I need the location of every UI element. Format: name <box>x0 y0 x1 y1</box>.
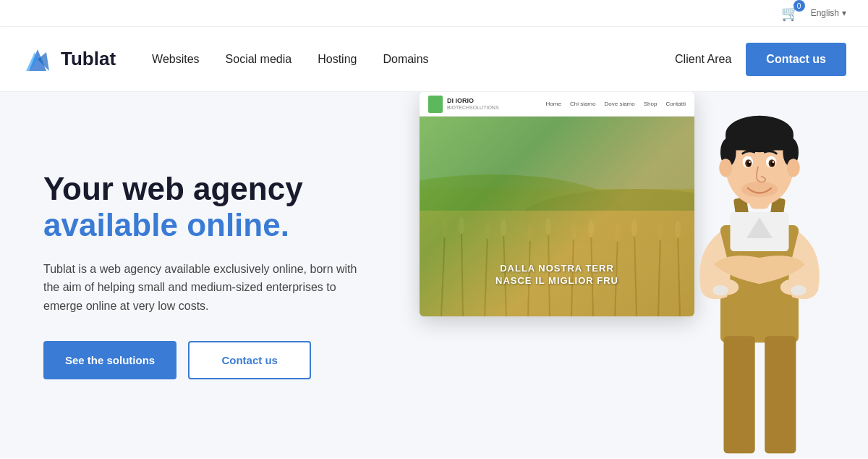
hero-description: Tublat is a web agency available exclusi… <box>43 260 376 316</box>
see-solutions-button[interactable]: See the solutions <box>43 341 176 379</box>
cart-badge: 0 <box>793 0 805 12</box>
header-right: Client Area Contact us <box>675 43 846 76</box>
nav-item-social-media[interactable]: Social media <box>226 53 292 66</box>
cart-button[interactable]: 🛒 0 <box>781 4 799 22</box>
mockup-text-overlay: DALLA NOSTRA TERR NASCE IL MIGLIOR FRU <box>495 263 618 287</box>
hero-heading-line1: Your web agency <box>43 171 303 206</box>
mockup-nav-dove: Dove siamo <box>604 101 634 107</box>
header: Tublat Websites Social media Hosting Dom… <box>0 27 868 92</box>
logo-icon <box>22 43 54 75</box>
mockup-headline-line1: DALLA NOSTRA TERR <box>495 263 618 275</box>
hero-content: Your web agency available online. Tublat… <box>43 171 376 380</box>
svg-rect-42 <box>723 336 754 453</box>
hero-visual: DI IORIO BIOTECHSOLUTIONS Home Chi siamo… <box>420 92 868 458</box>
svg-point-15 <box>501 219 506 236</box>
nav-item-domains[interactable]: Domains <box>383 53 428 66</box>
svg-rect-43 <box>765 336 796 453</box>
svg-point-27 <box>631 219 637 237</box>
svg-point-9 <box>442 220 448 237</box>
contact-us-button[interactable]: Contact us <box>746 43 846 76</box>
svg-point-58 <box>741 182 778 198</box>
svg-point-25 <box>615 224 621 242</box>
person-figure <box>651 92 868 458</box>
mockup-logo: DI IORIO BIOTECHSOLUTIONS <box>428 96 499 113</box>
language-selector[interactable]: English ▾ <box>811 8 846 18</box>
hero-heading-line2: available online. <box>43 207 289 243</box>
svg-point-41 <box>791 285 807 295</box>
svg-point-19 <box>545 218 551 235</box>
svg-point-23 <box>588 220 594 237</box>
hero-heading: Your web agency available online. <box>43 171 376 244</box>
svg-point-21 <box>571 222 576 240</box>
client-area-link[interactable]: Client Area <box>675 53 731 66</box>
logo-text: Tublat <box>61 48 116 70</box>
svg-point-11 <box>459 216 464 234</box>
mockup-headline-line2: NASCE IL MIGLIOR FRU <box>495 275 618 287</box>
mockup-logo-icon <box>428 96 443 113</box>
logo[interactable]: Tublat <box>22 43 116 75</box>
chevron-down-icon: ▾ <box>842 8 846 18</box>
svg-point-59 <box>719 159 732 177</box>
mockup-brand: DI IORIO BIOTECHSOLUTIONS <box>447 98 499 111</box>
svg-point-40 <box>712 285 728 295</box>
mockup-nav-home: Home <box>546 101 561 107</box>
svg-point-13 <box>485 222 490 239</box>
hero-buttons: See the solutions Contact us <box>43 341 376 379</box>
hero-person <box>651 92 868 458</box>
svg-rect-47 <box>726 134 793 151</box>
nav-item-hosting[interactable]: Hosting <box>318 53 357 66</box>
contact-us-hero-button[interactable]: Contact us <box>188 341 311 379</box>
language-label: English <box>811 8 839 18</box>
hero-section: Your web agency available online. Tublat… <box>0 92 868 458</box>
top-bar: 🛒 0 English ▾ <box>0 0 868 27</box>
svg-point-17 <box>527 224 533 241</box>
mockup-nav-chi: Chi siamo <box>570 101 596 107</box>
svg-point-57 <box>773 161 775 163</box>
svg-point-56 <box>749 161 751 163</box>
nav-item-websites[interactable]: Websites <box>152 53 200 66</box>
main-nav: Websites Social media Hosting Domains <box>152 53 675 66</box>
svg-point-60 <box>787 159 800 177</box>
